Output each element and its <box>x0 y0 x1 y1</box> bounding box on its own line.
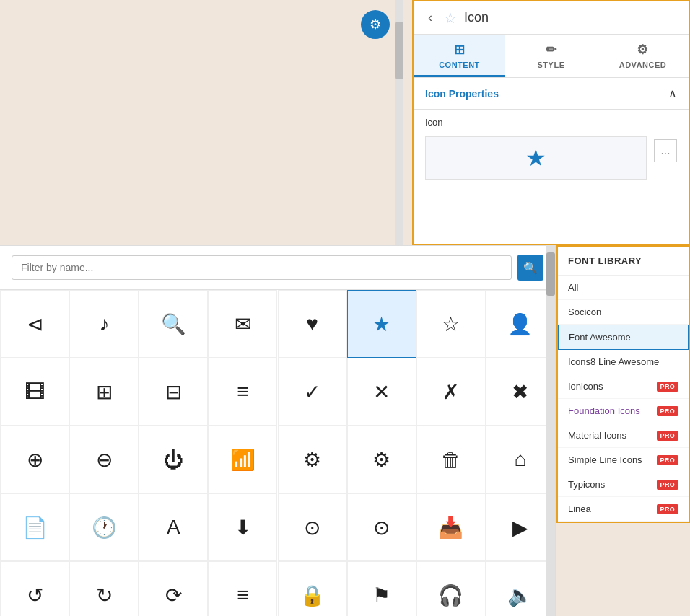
style-tab-icon: ✏ <box>546 42 557 58</box>
lock-icon[interactable]: 🔒 <box>278 561 347 616</box>
font-lib-item-label: Foundation Icons <box>568 405 640 416</box>
pro-badge: PRO <box>657 382 678 392</box>
user-icon[interactable]: 👤 <box>486 290 555 358</box>
list-icon[interactable]: ≡ <box>208 358 277 426</box>
volume-icon[interactable]: 🔈 <box>486 561 555 616</box>
left-scrollbar <box>395 0 403 245</box>
icon-picker-scrollbar <box>546 245 555 616</box>
tab-style[interactable]: ✏ STYLE <box>505 35 597 77</box>
back-icon: ‹ <box>428 10 432 25</box>
content-tab-label: CONTENT <box>439 61 480 69</box>
power-icon[interactable]: ⏻ <box>139 426 208 493</box>
headphones-icon[interactable]: 🎧 <box>416 561 486 616</box>
heart-icon[interactable]: ♥ <box>278 290 347 358</box>
times-icon[interactable]: ✕ <box>347 358 416 426</box>
star-outline-icon[interactable]: ☆ <box>416 290 486 358</box>
advanced-tab-icon: ⚙ <box>637 42 649 58</box>
left-scrollbar-thumb[interactable] <box>395 22 403 79</box>
icon-editor-panel: ‹ ☆ Icon ⊞ CONTENT ✏ STYLE ⚙ ADVANCED Ic… <box>412 0 690 245</box>
music-icon[interactable]: ♪ <box>69 290 139 358</box>
panel-tabs: ⊞ CONTENT ✏ STYLE ⚙ ADVANCED <box>414 35 689 78</box>
signal-icon[interactable]: 📶 <box>208 426 277 493</box>
flag-icon[interactable]: ⚑ <box>347 561 416 616</box>
search-input[interactable] <box>12 255 512 280</box>
advanced-tab-label: ADVANCED <box>619 61 667 69</box>
icon-picker-panel: 🔍 ⊲♪🔍✉♥★☆👤🎞⊞⊟≡✓✕✗✖⊕⊖⏻📶⚙⚙🗑⌂📄🕐A⬇⊙⊙📥▶↺↻⟳≡🔒⚑… <box>0 245 556 616</box>
font-lib-item-font-awesome[interactable]: Font Awesome <box>558 325 689 350</box>
font-lib-item-simple-line-icons[interactable]: Simple Line IconsPRO <box>558 448 689 472</box>
circle-up-icon[interactable]: ⊙ <box>347 493 416 561</box>
panel-title: Icon <box>464 10 489 25</box>
font-lib-item-icons8-line-awesome[interactable]: Icons8 Line Awesome <box>558 350 689 374</box>
search-icon[interactable]: 🔍 <box>139 290 208 358</box>
font-lib-item-label: Icons8 Line Awesome <box>568 356 659 367</box>
cog2-icon[interactable]: ⚙ <box>347 426 416 493</box>
refresh-cw-icon[interactable]: ↻ <box>69 561 139 616</box>
settings-gear-button[interactable]: ⚙ <box>361 10 390 39</box>
refresh2-icon[interactable]: ⟳ <box>139 561 208 616</box>
gear-icon: ⚙ <box>370 17 381 32</box>
search-bar: 🔍 <box>0 246 555 290</box>
trash-icon[interactable]: 🗑 <box>416 426 486 493</box>
times3-icon[interactable]: ✖ <box>486 358 555 426</box>
file-icon[interactable]: 📄 <box>0 493 69 561</box>
star-filled-icon[interactable]: ★ <box>347 290 416 358</box>
icon-more-button[interactable]: … <box>654 139 677 162</box>
tab-advanced[interactable]: ⚙ ADVANCED <box>597 35 689 77</box>
collapse-button[interactable]: ∧ <box>668 87 677 100</box>
icon-field-label: Icon <box>414 110 689 132</box>
list2-icon[interactable]: ≡ <box>208 561 277 616</box>
font-lib-item-socicon[interactable]: Socicon <box>558 300 689 325</box>
icon-preview-row: ★ … <box>414 132 689 184</box>
font-lib-item-label: Linea <box>568 503 591 514</box>
download-icon[interactable]: ⬇ <box>208 493 277 561</box>
pro-badge: PRO <box>657 480 678 490</box>
font-lib-item-label: Font Awesome <box>569 332 631 343</box>
pro-badge: PRO <box>657 431 678 441</box>
film-icon[interactable]: 🎞 <box>0 358 69 426</box>
font-lib-item-all[interactable]: All <box>558 276 689 300</box>
times2-icon[interactable]: ✗ <box>416 358 486 426</box>
filter-icon[interactable]: ⊲ <box>0 290 69 358</box>
grid9-icon[interactable]: ⊟ <box>139 358 208 426</box>
panel-header: ‹ ☆ Icon <box>414 1 689 35</box>
font-lib-item-ionicons[interactable]: IoniconsPRO <box>558 374 689 399</box>
font-lib-item-label: All <box>568 282 578 293</box>
content-tab-icon: ⊞ <box>454 42 466 58</box>
circle-down-icon[interactable]: ⊙ <box>278 493 347 561</box>
icon-grid: ⊲♪🔍✉♥★☆👤🎞⊞⊟≡✓✕✗✖⊕⊖⏻📶⚙⚙🗑⌂📄🕐A⬇⊙⊙📥▶↺↻⟳≡🔒⚑🎧🔈 <box>0 290 555 616</box>
font-lib-item-foundation-icons[interactable]: Foundation IconsPRO <box>558 399 689 423</box>
font-lib-item-material-icons[interactable]: Material IconsPRO <box>558 423 689 448</box>
clock-icon[interactable]: 🕐 <box>69 493 139 561</box>
inbox-icon[interactable]: 📥 <box>416 493 486 561</box>
play-icon[interactable]: ▶ <box>486 493 555 561</box>
font-library-title: FONT LIBRARY <box>558 247 689 276</box>
tab-content[interactable]: ⊞ CONTENT <box>414 35 505 77</box>
zoom-out-icon[interactable]: ⊖ <box>69 426 139 493</box>
font-library-panel: FONT LIBRARY AllSociconFont AwesomeIcons… <box>556 245 690 523</box>
grid4-icon[interactable]: ⊞ <box>69 358 139 426</box>
icon-properties-section: Icon Properties ∧ <box>414 78 689 110</box>
font-icon[interactable]: A <box>139 493 208 561</box>
zoom-in-icon[interactable]: ⊕ <box>0 426 69 493</box>
refresh-ccw-icon[interactable]: ↺ <box>0 561 69 616</box>
font-lib-item-label: Typicons <box>568 479 605 490</box>
font-lib-item-label: Material Icons <box>568 430 626 441</box>
font-lib-item-linea[interactable]: LineaPRO <box>558 497 689 522</box>
home-icon[interactable]: ⌂ <box>486 426 555 493</box>
check-icon[interactable]: ✓ <box>278 358 347 426</box>
cog-icon[interactable]: ⚙ <box>278 426 347 493</box>
search-button[interactable]: 🔍 <box>518 255 543 281</box>
back-button[interactable]: ‹ <box>424 9 437 27</box>
font-lib-item-label: Ionicons <box>568 381 603 392</box>
icon-picker-scrollbar-thumb[interactable] <box>546 252 555 296</box>
pro-badge: PRO <box>657 504 678 514</box>
header-star-icon: ☆ <box>444 9 457 27</box>
font-library-list: AllSociconFont AwesomeIcons8 Line Awesom… <box>558 276 689 522</box>
font-lib-item-typicons[interactable]: TypiconsPRO <box>558 472 689 497</box>
more-icon: … <box>660 145 671 157</box>
font-lib-item-label: Socicon <box>568 307 601 317</box>
pro-badge: PRO <box>657 406 678 416</box>
mail-icon[interactable]: ✉ <box>208 290 277 358</box>
pro-badge: PRO <box>657 455 678 465</box>
